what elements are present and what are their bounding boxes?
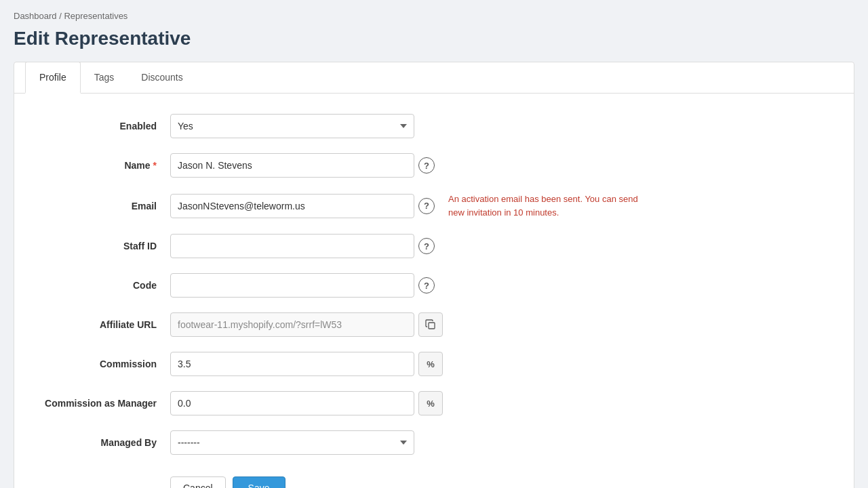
code-label: Code: [35, 280, 170, 291]
enabled-select[interactable]: Yes No: [170, 114, 414, 138]
affiliate-url-input: [170, 312, 414, 337]
affiliate-url-row: Affiliate URL: [35, 312, 833, 337]
name-row: Name* ?: [35, 153, 833, 178]
enabled-control: Yes No: [170, 114, 414, 138]
managed-by-row: Managed By -------: [35, 430, 833, 455]
email-control: ?: [170, 194, 435, 218]
affiliate-url-label: Affiliate URL: [35, 319, 170, 330]
required-star: *: [153, 160, 157, 171]
name-help-icon[interactable]: ?: [418, 157, 435, 174]
page-wrapper: Dashboard / Representatives Edit Represe…: [0, 0, 868, 488]
commission-control: %: [170, 352, 443, 376]
email-input[interactable]: [170, 194, 414, 218]
enabled-row: Enabled Yes No: [35, 114, 833, 138]
managed-by-control: -------: [170, 430, 414, 455]
commission-label: Commission: [35, 359, 170, 369]
staff-id-help-icon[interactable]: ?: [418, 238, 435, 254]
name-control: ?: [170, 153, 435, 178]
commission-input[interactable]: [170, 352, 414, 376]
commission-manager-percent-suffix: %: [418, 391, 443, 415]
breadcrumb: Dashboard / Representatives: [14, 11, 854, 21]
commission-row: Commission %: [35, 352, 833, 376]
tab-profile[interactable]: Profile: [25, 62, 81, 94]
email-row: Email ? An activation email has been sen…: [35, 192, 833, 219]
form-body: Enabled Yes No Name* ?: [14, 94, 854, 488]
enabled-label: Enabled: [35, 121, 170, 131]
copy-url-button[interactable]: [418, 312, 443, 337]
code-help-icon[interactable]: ?: [418, 277, 435, 293]
svg-rect-0: [429, 323, 435, 329]
commission-manager-control: %: [170, 391, 443, 415]
tab-bar: Profile Tags Discounts: [14, 62, 854, 94]
save-button[interactable]: Save: [233, 476, 285, 488]
tab-discounts[interactable]: Discounts: [127, 62, 196, 94]
staff-id-control: ?: [170, 234, 435, 258]
code-control: ?: [170, 273, 435, 298]
button-row: Cancel Save: [170, 470, 833, 488]
name-label: Name*: [35, 160, 170, 171]
email-info-message: An activation email has been sent. You c…: [448, 192, 652, 219]
email-help-icon[interactable]: ?: [418, 198, 435, 214]
page-title: Edit Representative: [14, 28, 854, 49]
managed-by-label: Managed By: [35, 437, 170, 448]
commission-percent-suffix: %: [418, 352, 443, 376]
staff-id-row: Staff ID ?: [35, 234, 833, 258]
main-card: Profile Tags Discounts Enabled Yes No Na…: [14, 62, 854, 488]
managed-by-select[interactable]: -------: [170, 430, 414, 455]
name-input[interactable]: [170, 153, 414, 178]
commission-manager-row: Commission as Manager %: [35, 391, 833, 415]
code-row: Code ?: [35, 273, 833, 298]
affiliate-url-control: [170, 312, 443, 337]
cancel-button[interactable]: Cancel: [170, 476, 226, 488]
tab-tags[interactable]: Tags: [81, 62, 128, 94]
email-label: Email: [35, 201, 170, 211]
commission-manager-input[interactable]: [170, 391, 414, 415]
staff-id-input[interactable]: [170, 234, 414, 258]
staff-id-label: Staff ID: [35, 241, 170, 251]
code-input[interactable]: [170, 273, 414, 298]
commission-manager-label: Commission as Manager: [35, 398, 170, 409]
